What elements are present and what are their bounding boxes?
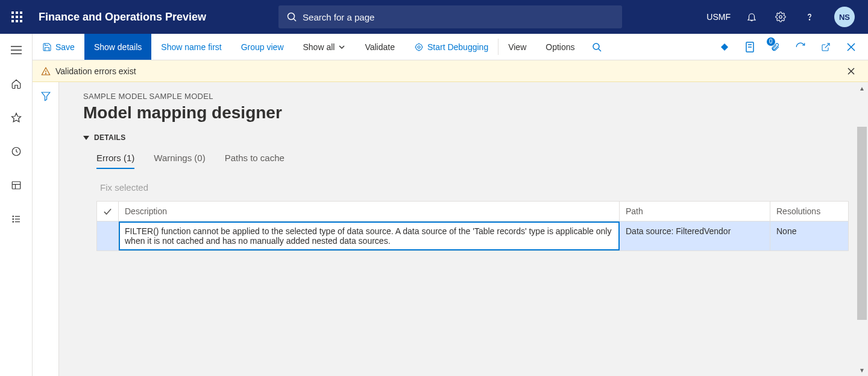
svg-point-19 <box>416 43 423 50</box>
vertical-scrollbar[interactable]: ▲ ▼ <box>856 82 868 376</box>
hamburger-icon[interactable] <box>6 40 27 60</box>
find-icon[interactable] <box>585 34 609 60</box>
warning-icon <box>41 66 51 76</box>
scroll-thumb[interactable] <box>857 127 867 320</box>
row-selector[interactable] <box>97 221 119 250</box>
breadcrumb: SAMPLE MODEL SAMPLE MODEL <box>83 92 855 101</box>
avatar-initials: NS <box>834 7 855 27</box>
notifications-icon[interactable] <box>738 0 766 34</box>
tab-errors[interactable]: Errors (1) <box>96 153 134 169</box>
user-avatar[interactable]: NS <box>825 0 861 34</box>
search-icon <box>287 12 297 22</box>
col-resolutions[interactable]: Resolutions <box>770 202 849 221</box>
favorites-icon[interactable] <box>6 107 27 128</box>
svg-point-18 <box>418 46 420 48</box>
settings-icon[interactable] <box>767 0 794 34</box>
svg-marker-7 <box>11 113 20 122</box>
app-title: Finance and Operations Preview <box>34 11 206 24</box>
action-pane: Save Show details Show name first Group … <box>33 34 868 60</box>
svg-rect-9 <box>12 182 20 189</box>
grid-row[interactable]: FILTER() function cannot be applied to t… <box>97 221 849 250</box>
fix-selected-button[interactable]: Fix selected <box>100 182 855 193</box>
svg-point-0 <box>288 13 295 20</box>
top-navbar: Finance and Operations Preview Search fo… <box>0 0 868 34</box>
details-tabs: Errors (1) Warnings (0) Paths to cache <box>83 153 855 169</box>
refresh-icon[interactable] <box>788 34 813 60</box>
col-description[interactable]: Description <box>119 202 620 221</box>
check-icon <box>103 206 112 216</box>
attachments-badge: 0 <box>767 37 775 46</box>
show-all-dropdown[interactable]: Show all <box>294 34 356 60</box>
tab-warnings[interactable]: Warnings (0) <box>154 153 205 169</box>
svg-marker-26 <box>721 43 728 51</box>
app-launcher-icon[interactable] <box>0 0 34 34</box>
home-icon[interactable] <box>6 74 27 94</box>
view-menu[interactable]: View <box>498 34 536 60</box>
col-path[interactable]: Path <box>620 202 770 221</box>
scroll-up-icon[interactable]: ▲ <box>856 82 868 94</box>
svg-point-16 <box>13 221 14 223</box>
svg-point-3 <box>809 19 810 20</box>
svg-point-34 <box>45 73 46 74</box>
global-search[interactable]: Search for a page <box>278 5 622 28</box>
topbar-right: USMF NS <box>700 0 861 34</box>
personalize-icon[interactable] <box>712 34 737 60</box>
select-all-column[interactable] <box>97 202 119 221</box>
details-fasttab-header[interactable]: DETAILS <box>83 133 855 142</box>
left-nav-rail <box>0 34 33 376</box>
cell-resolutions[interactable]: None <box>770 221 849 250</box>
tab-paths-to-cache[interactable]: Paths to cache <box>225 153 285 169</box>
workspaces-icon[interactable] <box>6 175 27 196</box>
filter-pane-collapsed[interactable] <box>33 82 59 376</box>
page-title: Model mapping designer <box>83 103 855 123</box>
page-options-icon[interactable] <box>738 34 762 60</box>
svg-line-30 <box>825 43 829 48</box>
save-icon <box>42 42 52 52</box>
start-debugging-button[interactable]: Start Debugging <box>404 34 498 60</box>
svg-point-14 <box>13 218 14 220</box>
close-page-icon[interactable] <box>839 34 863 60</box>
save-button[interactable]: Save <box>33 34 84 60</box>
filter-icon <box>40 91 51 101</box>
validation-message-text: Validation errors exist <box>55 66 136 76</box>
cell-description[interactable]: FILTER() function cannot be applied to t… <box>119 221 620 250</box>
show-name-first-button[interactable]: Show name first <box>151 34 231 60</box>
company-picker[interactable]: USMF <box>700 0 737 34</box>
page-body: SAMPLE MODEL SAMPLE MODEL Model mapping … <box>33 82 868 376</box>
svg-marker-37 <box>42 92 50 101</box>
validate-button[interactable]: Validate <box>355 34 404 60</box>
cell-path[interactable]: Data source: FilteredVendor <box>620 221 770 250</box>
svg-point-24 <box>593 43 599 49</box>
popout-icon[interactable] <box>814 34 838 60</box>
attachments-icon[interactable]: 0 <box>763 34 787 60</box>
svg-line-25 <box>599 49 601 51</box>
search-placeholder: Search for a page <box>303 12 374 22</box>
scroll-down-icon[interactable]: ▼ <box>856 364 868 376</box>
caret-down-icon <box>83 136 89 140</box>
svg-point-12 <box>13 216 14 217</box>
debug-icon <box>414 42 424 52</box>
errors-grid: Description Path Resolutions FILTER() fu… <box>96 201 849 251</box>
group-view-button[interactable]: Group view <box>231 34 294 60</box>
recent-icon[interactable] <box>6 141 27 162</box>
svg-line-1 <box>294 19 296 21</box>
chevron-down-icon <box>338 43 345 51</box>
validation-message-bar: Validation errors exist <box>33 60 868 82</box>
page-content: SAMPLE MODEL SAMPLE MODEL Model mapping … <box>59 82 855 376</box>
grid-header-row: Description Path Resolutions <box>97 202 849 221</box>
options-menu[interactable]: Options <box>536 34 584 60</box>
svg-point-2 <box>779 16 782 19</box>
details-label: DETAILS <box>94 133 126 142</box>
dismiss-message-icon[interactable] <box>848 68 860 75</box>
help-icon[interactable] <box>796 0 823 34</box>
show-details-button[interactable]: Show details <box>84 34 151 60</box>
modules-icon[interactable] <box>6 209 27 229</box>
